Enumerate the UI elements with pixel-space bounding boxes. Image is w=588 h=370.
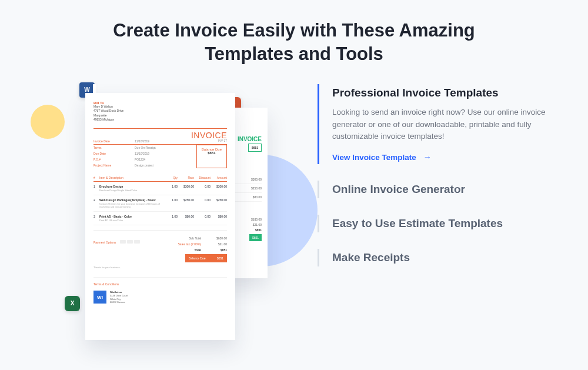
feature-list: Professional Invoice Templates Looking t… bbox=[318, 84, 553, 284]
company-logo: WI bbox=[93, 291, 106, 304]
line-item: 2 Web Design Packages(Template) - BasicC… bbox=[93, 195, 227, 212]
feature-title: Easy to Use Estimate Templates bbox=[332, 217, 553, 230]
feature-title: Online Invoice Generator bbox=[332, 183, 553, 196]
feature-item-generator[interactable]: Online Invoice Generator bbox=[318, 181, 553, 198]
decoration-circle-yellow bbox=[31, 105, 65, 139]
company-footer: WI Wintheiser 3448 Dove Court White City… bbox=[93, 291, 227, 304]
balance-due-box: Balance Due $651 bbox=[196, 145, 227, 168]
thanks-note: Thanks for your business. bbox=[93, 266, 227, 269]
feature-title: Make Receipts bbox=[332, 251, 553, 264]
line-item: 1 Brochure DesignBrochure Design/Single … bbox=[93, 182, 227, 195]
bill-to-address: Mary D Walton 4767 Wood Duck Drive Marqu… bbox=[93, 105, 227, 122]
feature-item-receipts[interactable]: Make Receipts bbox=[318, 249, 553, 266]
balance-due-box: $651 bbox=[248, 144, 262, 152]
feature-description: Looking to send an invoice right now? Us… bbox=[332, 106, 553, 144]
line-item: 3 Print AD - Basic - ColorPrint AD 1/8 s… bbox=[93, 212, 227, 225]
terms-label: Terms & Conditions bbox=[93, 277, 227, 286]
hero-title: Create Invoice Easily with These Amazing… bbox=[100, 0, 488, 66]
feature-item-templates[interactable]: Professional Invoice Templates Looking t… bbox=[318, 84, 553, 165]
line-items-header: # Item & Description Qty Rate Discount A… bbox=[93, 173, 227, 182]
payment-options-label: Payment Options bbox=[93, 241, 116, 244]
hero-stage: W P X INVOICE $651 $300.00 $250.00 $80.0… bbox=[0, 66, 588, 370]
feature-item-estimates[interactable]: Easy to Use Estimate Templates bbox=[318, 215, 553, 232]
view-template-link[interactable]: View Invoice Template → bbox=[332, 152, 553, 162]
balance-due-button: Balance Due:$651 bbox=[162, 254, 227, 262]
invoice-preview-primary: Bill To Mary D Walton 4767 Wood Duck Dri… bbox=[85, 93, 235, 340]
balance-due-button: $651 bbox=[249, 234, 262, 241]
excel-icon: X bbox=[65, 296, 80, 311]
payment-method-icons bbox=[119, 235, 140, 245]
feature-title: Professional Invoice Templates bbox=[332, 86, 553, 99]
arrow-right-icon: → bbox=[423, 152, 432, 162]
